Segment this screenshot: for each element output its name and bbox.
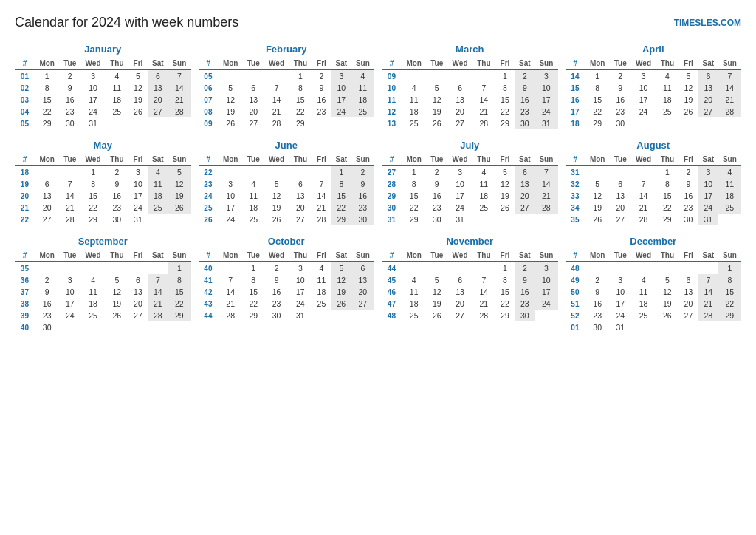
col-header-mon: Mon xyxy=(585,58,610,69)
week-number: 36 xyxy=(15,274,35,286)
day-cell xyxy=(312,166,331,178)
day-cell: 1 xyxy=(585,69,610,82)
table-row: 141234567 xyxy=(566,69,742,82)
day-cell: 3 xyxy=(218,178,243,190)
day-cell: 31 xyxy=(535,117,557,129)
day-cell: 25 xyxy=(402,117,427,129)
col-header-tue: Tue xyxy=(243,58,264,69)
day-cell: 28 xyxy=(148,310,168,321)
month-table: #MonTueWedThuFriSatSun441234545678910461… xyxy=(382,250,558,321)
week-number: 22 xyxy=(199,166,219,178)
day-cell: 23 xyxy=(610,106,630,117)
day-cell: 7 xyxy=(718,69,741,82)
col-header-sat: Sat xyxy=(515,58,535,69)
day-cell: 28 xyxy=(312,214,331,225)
day-cell: 8 xyxy=(331,178,351,190)
day-cell: 3 xyxy=(535,262,557,274)
week-number: 13 xyxy=(382,117,402,129)
week-number: 26 xyxy=(199,214,219,225)
table-row: 196789101112 xyxy=(15,178,191,190)
col-header-#: # xyxy=(15,58,35,69)
col-header-thu: Thu xyxy=(656,250,678,262)
day-cell xyxy=(35,166,60,178)
day-cell: 25 xyxy=(402,310,427,321)
month-block-may: May#MonTueWedThuFriSatSun181234519678910… xyxy=(15,140,191,225)
day-cell: 6 xyxy=(243,82,264,94)
day-cell: 3 xyxy=(128,166,148,178)
col-header-tue: Tue xyxy=(60,58,80,69)
day-cell: 20 xyxy=(148,94,168,106)
day-cell: 7 xyxy=(60,178,80,190)
week-number: 33 xyxy=(566,190,585,202)
day-cell: 13 xyxy=(243,94,264,106)
day-cell: 5 xyxy=(331,262,351,274)
day-cell: 17 xyxy=(698,190,718,202)
col-header-wed: Wed xyxy=(80,154,106,166)
day-cell: 4 xyxy=(718,166,741,178)
day-cell: 11 xyxy=(718,178,741,190)
day-cell: 21 xyxy=(630,202,656,214)
day-cell: 24 xyxy=(60,310,80,321)
day-cell: 18 xyxy=(312,286,331,298)
day-cell: 8 xyxy=(289,82,312,94)
col-header-wed: Wed xyxy=(447,250,472,262)
day-cell: 17 xyxy=(447,190,472,202)
day-cell: 17 xyxy=(60,298,80,310)
month-title: October xyxy=(199,236,375,247)
table-row: 1111121314151617 xyxy=(382,94,558,106)
month-block-march: March#MonTueWedThuFriSatSun0912310456789… xyxy=(382,44,558,129)
day-cell: 8 xyxy=(495,274,515,286)
table-row: 5116171819202122 xyxy=(566,298,742,310)
day-cell: 3 xyxy=(331,69,351,82)
day-cell: 27 xyxy=(515,202,535,214)
day-cell: 8 xyxy=(243,274,264,286)
day-cell: 31 xyxy=(289,310,312,321)
day-cell: 18 xyxy=(402,298,427,310)
day-cell: 7 xyxy=(698,274,718,286)
day-cell: 5 xyxy=(656,274,678,286)
day-cell: 17 xyxy=(331,94,351,106)
day-cell xyxy=(331,310,351,321)
month-block-april: April#MonTueWedThuFriSatSun1412345671589… xyxy=(566,44,742,129)
month-table: #MonTueWedThuFriSatSun481492345678509101… xyxy=(566,250,742,333)
day-cell xyxy=(447,69,472,82)
table-row: 32567891011 xyxy=(566,178,742,190)
day-cell: 30 xyxy=(585,321,610,333)
col-header-mon: Mon xyxy=(35,154,60,166)
table-row: 271234567 xyxy=(382,166,558,178)
day-cell: 17 xyxy=(535,94,557,106)
day-cell: 1 xyxy=(656,166,678,178)
day-cell: 2 xyxy=(610,69,630,82)
month-table: #MonTueWedThuFriSatSun401234564178910111… xyxy=(199,250,375,321)
week-number: 35 xyxy=(566,214,585,225)
day-cell: 18 xyxy=(402,106,427,117)
day-cell: 8 xyxy=(656,178,678,190)
day-cell xyxy=(312,310,331,321)
month-block-july: July#MonTueWedThuFriSatSun27123456728891… xyxy=(382,140,558,225)
col-header-fri: Fri xyxy=(495,58,515,69)
day-cell: 13 xyxy=(447,94,472,106)
day-cell: 4 xyxy=(656,69,678,82)
day-cell: 3 xyxy=(698,166,718,178)
day-cell: 9 xyxy=(351,178,374,190)
day-cell: 25 xyxy=(472,202,495,214)
week-number: 32 xyxy=(566,178,585,190)
day-cell: 12 xyxy=(331,274,351,286)
week-number: 28 xyxy=(382,178,402,190)
col-header-#: # xyxy=(382,58,402,69)
table-row: 2120212223242526 xyxy=(15,202,191,214)
day-cell xyxy=(128,117,148,129)
day-cell: 7 xyxy=(168,69,190,82)
day-cell: 19 xyxy=(495,190,515,202)
day-cell xyxy=(106,117,128,129)
day-cell: 26 xyxy=(331,298,351,310)
day-cell: 15 xyxy=(289,94,312,106)
table-row: 4178910111213 xyxy=(199,274,375,286)
week-number: 31 xyxy=(382,214,402,225)
week-number: 50 xyxy=(566,286,585,298)
day-cell: 8 xyxy=(80,178,106,190)
week-number: 07 xyxy=(199,94,219,106)
day-cell: 6 xyxy=(447,82,472,94)
col-header-wed: Wed xyxy=(264,250,289,262)
day-cell: 27 xyxy=(447,310,472,321)
